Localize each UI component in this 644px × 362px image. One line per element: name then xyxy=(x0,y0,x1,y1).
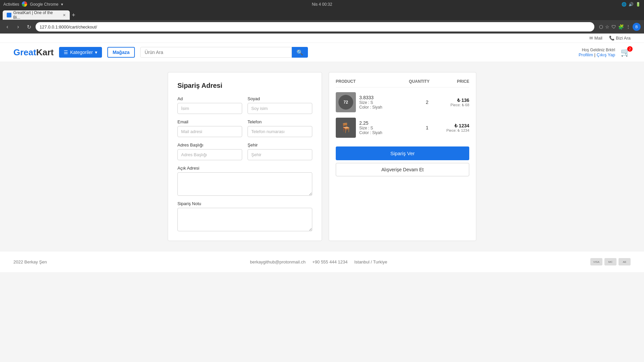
checkout-form: Sipariş Adresi Ad Soyad Email Telefon xyxy=(168,72,322,241)
email-group: Email xyxy=(177,119,242,137)
siparis-notu-label: Sipariş Notu xyxy=(177,201,312,206)
order-item-2: 🪑 2.25 Size : S Color : Siyah 1 ₺ 1234 P… xyxy=(336,118,469,138)
tab-title: GreatKart | One of the Bi... xyxy=(13,10,59,20)
user-links: Profilim | Çıkış Yap xyxy=(579,52,615,57)
tab-close-button[interactable]: ✕ xyxy=(63,13,66,17)
footer-center: berkaygithub@protonmail.ch +90 555 444 1… xyxy=(250,259,387,264)
shield-icon: 🛡 xyxy=(611,24,616,29)
tab-bar: GreatKart | One of the Bi... ✕ + xyxy=(0,9,644,20)
greeting-text: Hoş Geldiniz Brktrl xyxy=(579,48,615,52)
item-1-qty: 2 xyxy=(414,100,440,105)
item-2-info: 2.25 Size : S Color : Siyah xyxy=(359,120,411,135)
logo[interactable]: GreatKart xyxy=(13,47,54,58)
browser-icons: ⬡ ☆ 🛡 🧩 ⋮ B xyxy=(599,23,641,31)
sehir-group: Şehir xyxy=(248,142,312,160)
profil-link[interactable]: Profilim xyxy=(579,52,593,57)
phone-link[interactable]: 📞 Bizi Ara xyxy=(609,36,631,41)
header-right: Hoş Geldiniz Brktrl Profilim | Çıkış Yap… xyxy=(579,48,631,57)
extension-icon[interactable]: 🧩 xyxy=(618,24,624,29)
chevron-down-icon: ▾ xyxy=(95,50,97,55)
item-1-color: Color : Siyah xyxy=(359,105,411,110)
item-1-size: Size : S xyxy=(359,100,411,105)
search-bar: 🔍 xyxy=(140,47,308,58)
dropdown-icon: ▾ xyxy=(61,2,63,7)
visa-card-icon: VISA xyxy=(590,258,602,265)
search-input[interactable] xyxy=(140,47,292,58)
contact-row: Email Telefon xyxy=(177,119,312,137)
new-tab-button[interactable]: + xyxy=(72,12,75,18)
col-product-header: PRODUCT xyxy=(336,79,402,84)
item-2-name: 2.25 xyxy=(359,120,411,126)
item-2-image: 🪑 xyxy=(336,118,356,138)
ad-input[interactable] xyxy=(177,103,242,114)
telefon-input[interactable] xyxy=(248,126,312,137)
active-tab[interactable]: GreatKart | One of the Bi... ✕ xyxy=(3,10,70,20)
activities-label[interactable]: Activities xyxy=(3,2,19,7)
ad-group: Ad xyxy=(177,96,242,114)
main-content: Sipariş Adresi Ad Soyad Email Telefon xyxy=(0,62,644,251)
summary-header: PRODUCT QUANTITY PRICE xyxy=(336,79,469,87)
menu-icon[interactable]: ⋮ xyxy=(626,24,631,29)
order-summary: PRODUCT QUANTITY PRICE 72 3.8333 Size : … xyxy=(329,72,476,241)
siparis-notu-group: Sipariş Notu xyxy=(177,201,312,231)
item-1-price: ₺ 136 Piece: ₺ 68 xyxy=(443,98,469,107)
telefon-group: Telefon xyxy=(248,119,312,137)
browser-name-label: Google Chrome xyxy=(30,2,58,7)
reload-button[interactable]: ↻ xyxy=(25,23,33,31)
item-1-total: ₺ 136 xyxy=(443,98,469,103)
col-price-header: PRICE xyxy=(436,79,470,84)
cart-badge: 2 xyxy=(627,46,633,52)
search-button[interactable]: 🔍 xyxy=(292,47,308,58)
kategoriler-button[interactable]: ☰ Kategoriler ▾ xyxy=(59,47,102,58)
bookmark-icon[interactable]: ☆ xyxy=(605,24,609,29)
back-button[interactable]: ‹ xyxy=(3,23,11,31)
sehir-label: Şehir xyxy=(248,142,312,147)
os-bar: Activities Google Chrome ▾ Nis 4 00:32 🌐… xyxy=(0,0,644,9)
soyad-group: Soyad xyxy=(248,96,312,114)
cast-icon: ⬡ xyxy=(599,24,603,29)
footer-email: berkaygithub@protonmail.ch xyxy=(250,259,306,264)
soyad-label: Soyad xyxy=(248,96,312,101)
acik-adres-group: Açık Adresi xyxy=(177,166,312,196)
col-quantity-header: QUANTITY xyxy=(402,79,436,84)
ad-label: Ad xyxy=(177,96,242,101)
profile-circle[interactable]: B xyxy=(633,23,641,31)
browser-chrome: GreatKart | One of the Bi... ✕ + ‹ › ↻ ⬡… xyxy=(0,9,644,34)
logo-great: Great xyxy=(13,47,36,57)
email-label: Email xyxy=(177,119,242,124)
item-1-info: 3.8333 Size : S Color : Siyah xyxy=(359,95,411,110)
volume-icon: 🔊 xyxy=(629,2,634,7)
sehir-input[interactable] xyxy=(248,149,312,160)
item-2-color: Color : Siyah xyxy=(359,130,411,135)
phone-icon: 📞 xyxy=(609,36,614,41)
footer-phone: +90 555 444 1234 xyxy=(312,259,347,264)
magaza-button[interactable]: Mağaza xyxy=(107,47,135,58)
item-2-icon: 🪑 xyxy=(340,122,352,133)
footer: 2022 Berkay Şen berkaygithub@protonmail.… xyxy=(0,251,644,272)
logo-kart: Kart xyxy=(36,47,54,57)
item-1-image: 72 xyxy=(336,92,356,112)
item-1-icon: 72 xyxy=(338,95,353,110)
item-2-size: Size : S xyxy=(359,126,411,130)
cikis-link[interactable]: Çıkış Yap xyxy=(597,52,615,57)
soyad-input[interactable] xyxy=(248,103,312,114)
utility-bar: ✉ Mail 📞 Bizi Ara xyxy=(0,34,644,43)
siparis-ver-button[interactable]: Sipariş Ver xyxy=(336,146,469,160)
adres-baslik-input[interactable] xyxy=(177,149,242,160)
cart-button[interactable]: 🛒 2 xyxy=(621,48,631,57)
address-bar[interactable] xyxy=(36,22,594,32)
amex-icon: AE xyxy=(619,258,631,265)
mail-link[interactable]: ✉ Mail xyxy=(589,36,602,41)
alisveris-devam-button[interactable]: Alışverişe Devam Et xyxy=(336,163,469,176)
email-input[interactable] xyxy=(177,126,242,137)
forward-button[interactable]: › xyxy=(14,23,22,31)
os-bar-right: 🌐 🔊 🔋 xyxy=(622,2,641,7)
siparis-notu-input[interactable] xyxy=(177,208,312,231)
acik-adres-input[interactable] xyxy=(177,172,312,196)
name-row: Ad Soyad xyxy=(177,96,312,114)
os-bar-left: Activities Google Chrome ▾ xyxy=(3,1,63,8)
separator: | xyxy=(594,52,597,57)
item-2-total: ₺ 1234 xyxy=(443,123,469,128)
battery-icon: 🔋 xyxy=(636,2,641,7)
item-2-piece: Piece: ₺ 1234 xyxy=(443,128,469,133)
